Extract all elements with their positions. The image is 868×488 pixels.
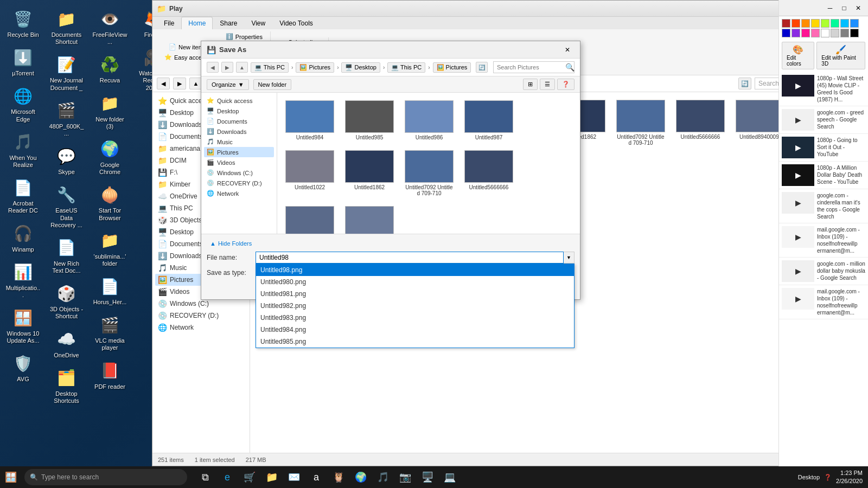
taskbar-task-view[interactable]: ⧉ <box>195 467 215 487</box>
hide-folders-row: ▲ Hide Folders <box>207 239 575 248</box>
help-icon-btn[interactable]: ❓ <box>557 79 575 90</box>
dialog-file-name-5: Untitled1862 <box>354 184 385 190</box>
dialog-sidebar-item-1[interactable]: 🖥️Desktop <box>204 106 274 116</box>
organize-dropdown-icon: ▼ <box>238 81 244 88</box>
dialog-path-desktop[interactable]: 🖥️ Desktop <box>341 62 380 73</box>
dialog-sidebar-item-3[interactable]: ⬇️Downloads <box>204 126 274 137</box>
taskbar-desktop-label: Desktop <box>798 474 820 480</box>
taskbar-pc[interactable]: 💻 <box>440 467 459 487</box>
filename-row: File name: ▼ Untitled98.pngUntitled980.p… <box>207 252 575 264</box>
dialog-sidebar-item-4[interactable]: 🎵Music <box>204 137 274 147</box>
dialog-file-thumbnail-0 <box>285 100 334 133</box>
dialog-file-1[interactable]: Untitled985 <box>342 98 397 143</box>
dialog-folder-icon: 💾 <box>207 46 216 54</box>
dialog-file-thumbnail-1 <box>345 100 394 133</box>
autocomplete-item-2[interactable]: Untitled981.png <box>256 288 574 300</box>
dialog-file-thumbnail-4 <box>285 150 334 183</box>
dialog-file-6[interactable]: Untitled7092 Untitled 709-710 <box>402 148 456 198</box>
taskbar-tripadvisor[interactable]: 🦉 <box>329 467 348 487</box>
autocomplete-item-0[interactable]: Untitled98.png <box>256 264 574 276</box>
new-folder-button[interactable]: New folder <box>253 79 292 90</box>
dialog-files-area: Untitled984 Untitled985 Untitled986 Unti… <box>277 93 580 234</box>
dialog-sidebar-item-2[interactable]: 📄Documents <box>204 116 274 126</box>
dialog-breadcrumb-sep4: › <box>428 65 430 70</box>
dialog-file-0[interactable]: Untitled984 <box>283 98 337 143</box>
dialog-file-name-0: Untitled984 <box>296 134 324 140</box>
taskbar-amazon[interactable]: a <box>307 467 326 487</box>
view-list-icon[interactable]: ☰ <box>540 79 555 90</box>
dialog-breadcrumb-sep2: › <box>337 65 339 70</box>
dialog-file-thumbnail-8 <box>285 206 334 234</box>
dialog-file-thumbnail-9 <box>345 206 394 234</box>
dialog-sidebar-item-7[interactable]: 💿Windows (C:) <box>204 168 274 178</box>
taskbar-apps: ⧉ e 🛒 📁 ✉️ a 🦉 🌍 🎵 📷 🖥️ 💻 <box>190 467 793 487</box>
dialog-file-name-4: Untitled1022 <box>295 184 325 190</box>
taskbar-camera[interactable]: 📷 <box>395 467 415 487</box>
filename-input[interactable] <box>256 252 564 264</box>
dialog-sidebar-item-8[interactable]: 💿RECOVERY (D:) <box>204 178 274 188</box>
dialog-sidebar-item-6[interactable]: 🎬Videos <box>204 157 274 168</box>
start-button[interactable]: 🪟 <box>0 466 22 488</box>
dialog-refresh-btn[interactable]: 🔄 <box>476 62 488 73</box>
taskbar-help-icon[interactable]: ❓ <box>824 474 832 481</box>
taskbar-screen[interactable]: 🖥️ <box>418 467 437 487</box>
taskbar-search-placeholder: Type here to search <box>41 473 99 481</box>
dialog-search-icon: 🔍 <box>565 63 575 72</box>
taskbar-clock: 1:23 PM 2/26/2020 <box>836 469 863 486</box>
dialog-breadcrumb-sep1: › <box>291 65 293 70</box>
taskbar-edge[interactable]: e <box>218 467 237 487</box>
dialog-search-input[interactable] <box>493 61 575 73</box>
dialog-path-pictures[interactable]: 🖼️ Pictures <box>296 62 334 73</box>
dialog-titlebar: 💾 Save As ✕ <box>201 41 580 59</box>
savetype-label: Save as type: <box>207 269 256 277</box>
taskbar-mail[interactable]: ✉️ <box>284 467 304 487</box>
hide-folders-button[interactable]: ▲ Hide Folders <box>207 239 575 248</box>
taskbar-winamp[interactable]: 🎵 <box>373 467 393 487</box>
taskbar-store[interactable]: 🛒 <box>240 467 259 487</box>
autocomplete-item-6[interactable]: Untitled985.png <box>256 336 574 348</box>
dialog-title: Save As <box>219 46 560 54</box>
dialog-file-7[interactable]: Untitled5666666 <box>462 148 516 198</box>
dialog-file-thumbnail-3 <box>464 100 513 133</box>
dialog-file-8[interactable]: Untitled8940009- <box>283 204 337 234</box>
taskbar-search-icon: 🔍 <box>30 473 38 481</box>
dialog-breadcrumb-sep3: › <box>383 65 385 70</box>
dialog-file-9[interactable]: Untitled12111232 <box>342 204 397 234</box>
dialog-up-btn[interactable]: ▲ <box>236 62 248 73</box>
dialog-path-pictures2[interactable]: 🖼️ Pictures <box>433 62 471 73</box>
clock-time: 1:23 PM <box>836 469 863 477</box>
view-toggle-btns: ⊞ ☰ ❓ <box>523 79 575 90</box>
dialog-back-btn[interactable]: ◀ <box>207 62 219 73</box>
taskbar-files[interactable]: 📁 <box>262 467 282 487</box>
dialog-forward-btn[interactable]: ▶ <box>221 62 233 73</box>
dialog-file-5[interactable]: Untitled1862 <box>342 148 397 198</box>
autocomplete-item-1[interactable]: Untitled980.png <box>256 276 574 288</box>
dialog-file-3[interactable]: Untitled987 <box>462 98 516 143</box>
dialog-file-name-2: Untitled986 <box>416 134 443 140</box>
dialog-close-button[interactable]: ✕ <box>560 44 575 56</box>
autocomplete-item-3[interactable]: Untitled982.png <box>256 300 574 312</box>
dialog-file-name-3: Untitled987 <box>475 134 503 140</box>
dialog-file-thumbnail-2 <box>405 100 454 133</box>
dialog-sidebar-item-5[interactable]: 🖼️Pictures <box>204 147 274 157</box>
organize-button[interactable]: Organize ▼ <box>207 79 249 90</box>
dialog-file-4[interactable]: Untitled1022 <box>283 148 337 198</box>
dialog-footer: ▲ Hide Folders File name: ▼ Untitled98.p… <box>201 234 580 299</box>
autocomplete-item-4[interactable]: Untitled983.png <box>256 312 574 324</box>
dialog-file-name-7: Untitled5666666 <box>469 184 509 190</box>
dialog-path-this-pc[interactable]: 💻 This PC <box>251 62 289 73</box>
autocomplete-dropdown: Untitled98.pngUntitled980.pngUntitled981… <box>256 264 575 348</box>
autocomplete-item-5[interactable]: Untitled984.png <box>256 324 574 336</box>
view-large-icon[interactable]: ⊞ <box>523 79 538 90</box>
dialog-file-2[interactable]: Untitled986 <box>402 98 456 143</box>
dialog-sidebar-item-9[interactable]: 🌐Network <box>204 188 274 198</box>
dialog-sidebar-item-0[interactable]: ⭐Quick access <box>204 95 274 106</box>
taskbar-search-box[interactable]: 🔍 Type here to search <box>24 469 187 485</box>
dialog-path-this-pc2[interactable]: 💻 This PC <box>387 62 425 73</box>
desktop: 🗑️ Recycle Bin ⬇️ µTorrent 🌐 Microsoft E… <box>0 0 868 488</box>
filename-dropdown-btn[interactable]: ▼ <box>564 252 575 264</box>
taskbar-browser2[interactable]: 🌍 <box>351 467 371 487</box>
dialog-body: ⭐Quick access🖥️Desktop📄Documents⬇️Downlo… <box>201 93 580 234</box>
taskbar: 🪟 🔍 Type here to search ⧉ e 🛒 📁 ✉️ a 🦉 🌍… <box>0 466 868 488</box>
filename-label: File name: <box>207 254 256 261</box>
